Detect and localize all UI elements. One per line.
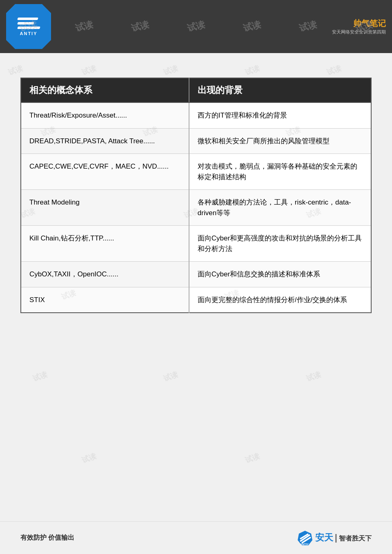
brand-name: 帅气笔记: [353, 18, 386, 29]
main-content: 相关的概念体系 出现的背景 Threat/Risk/Exposure/Asset…: [0, 53, 392, 329]
wm-6: 试读: [298, 18, 318, 35]
col1-header: 相关的概念体系: [21, 78, 189, 102]
table-row: Threat/Risk/Exposure/Asset......西方的IT管理和…: [21, 102, 371, 128]
brand-sub: 安天网络安全全训营第四期: [332, 29, 386, 35]
table-cell-right: 西方的IT管理和标准化的背景: [189, 102, 371, 128]
company-logo: ANTIY: [6, 4, 51, 49]
table-cell-left: CAPEC,CWE,CVE,CVRF，MAEC，NVD......: [21, 154, 189, 190]
wm-5: 试读: [242, 18, 262, 35]
wm-2: 试读: [74, 18, 94, 35]
header: ANTIY 试读 试读 试读 试读 试读 试读 试读 帅气笔记 安天网络安全全训…: [0, 0, 392, 53]
table-row: STIX面向更完整的综合性的情报分析/作业/交换的体系: [21, 287, 371, 313]
table-cell-right: 面向更完整的综合性的情报分析/作业/交换的体系: [189, 287, 371, 313]
table-cell-right: 微软和相关安全厂商所推出的风险管理模型: [189, 128, 371, 154]
wm-4: 试读: [186, 18, 206, 35]
table-cell-right: 面向Cyber和信息交换的描述和标准体系: [189, 262, 371, 287]
table-cell-right: 面向Cyber和更高强度的攻击和对抗的场景的分析工具和分析方法: [189, 226, 371, 262]
col2-header: 出现的背景: [189, 78, 371, 102]
footer-right-branding: ANTIY 安天|智者胜天下: [297, 530, 372, 546]
table-row: CybOX,TAXII，OpenIOC......面向Cyber和信息交换的描述…: [21, 262, 371, 287]
table-header-row: 相关的概念体系 出现的背景: [21, 78, 371, 102]
logo-stripe-2: [17, 22, 34, 24]
logo-stripe-3: [17, 27, 40, 29]
bwm-16: 试读: [305, 369, 322, 384]
table-row: CAPEC,CWE,CVE,CVRF，MAEC，NVD......对攻击模式，脆…: [21, 154, 371, 190]
logo-stripe-1: [17, 18, 38, 20]
table-cell-left: CybOX,TAXII，OpenIOC......: [21, 262, 189, 287]
table-row: DREAD,STRIDE,PASTA, Attack Tree......微软和…: [21, 128, 371, 154]
bwm-15: 试读: [162, 369, 179, 384]
logo-text: ANTIY: [20, 31, 38, 36]
table-cell-left: Kill Chain,钻石分析,TTP......: [21, 226, 189, 262]
concept-table: 相关的概念体系 出现的背景 Threat/Risk/Exposure/Asset…: [20, 78, 372, 313]
table-cell-right: 各种威胁建模的方法论，工具，risk-centric，data-driven等等: [189, 190, 371, 226]
table-cell-left: STIX: [21, 287, 189, 313]
bwm-18: 试读: [244, 451, 261, 465]
footer-logo-icon: ANTIY: [297, 530, 313, 546]
logo-stripes: [18, 18, 40, 29]
antiy-footer-logo: ANTIY: [297, 530, 313, 546]
table-cell-left: Threat/Risk/Exposure/Asset......: [21, 102, 189, 128]
wm-3: 试读: [130, 18, 150, 35]
footer-brand-text: 安天|智者胜天下: [315, 532, 372, 543]
footer-brand-main: 安天|智者胜天下: [315, 532, 372, 543]
table-cell-right: 对攻击模式，脆弱点，漏洞等各种基础的安全元素的标定和描述结构: [189, 154, 371, 190]
svg-text:ANTIY: ANTIY: [300, 543, 309, 546]
table-row: Threat Modeling各种威胁建模的方法论，工具，risk-centri…: [21, 190, 371, 226]
bwm-14: 试读: [31, 369, 49, 384]
table-cell-left: DREAD,STRIDE,PASTA, Attack Tree......: [21, 128, 189, 154]
header-right-branding: 帅气笔记 安天网络安全全训营第四期: [332, 18, 386, 35]
bwm-17: 试读: [80, 451, 98, 465]
table-row: Kill Chain,钻石分析,TTP......面向Cyber和更高强度的攻击…: [21, 226, 371, 262]
footer: 有效防护 价值输出 ANTIY 安天|智者胜天下: [0, 521, 392, 554]
table-cell-left: Threat Modeling: [21, 190, 189, 226]
footer-left-text: 有效防护 价值输出: [20, 534, 74, 542]
